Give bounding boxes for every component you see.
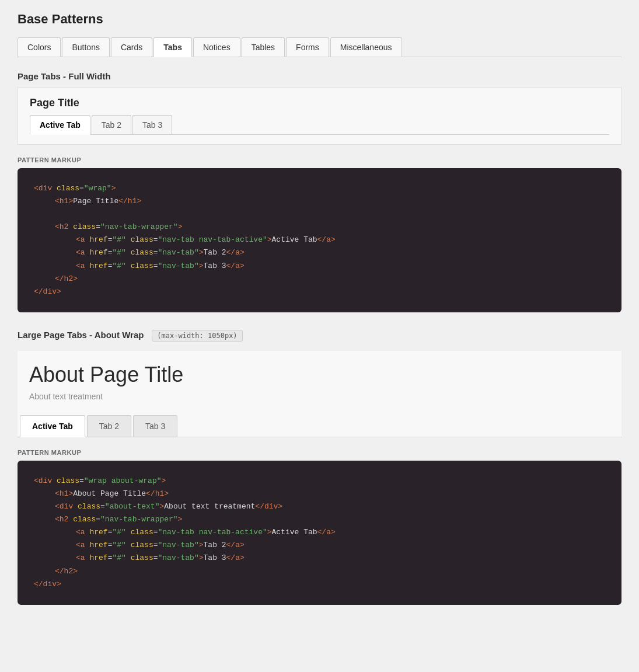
top-nav-tab-cards[interactable]: Cards xyxy=(111,37,152,57)
page-heading: Base Patterns xyxy=(18,12,621,27)
section1-nav-tab-wrapper: Active Tab Tab 2 Tab 3 xyxy=(30,115,609,135)
section1-pattern-markup-label: PATTERN MARKUP xyxy=(18,156,621,163)
top-nav: Colors Buttons Cards Tabs Notices Tables… xyxy=(18,37,621,57)
top-nav-tab-buttons[interactable]: Buttons xyxy=(62,37,109,57)
section2-label: Large Page Tabs - About Wrap xyxy=(18,330,144,340)
section2-pattern-markup-label: PATTERN MARKUP xyxy=(18,449,621,456)
section2-tab-3[interactable]: Tab 3 xyxy=(133,415,177,437)
section2-about-text: About text treatment xyxy=(18,392,621,401)
section2-code-block: <div class="wrap about-wrap"> <h1>About … xyxy=(18,461,621,605)
top-nav-tab-notices[interactable]: Notices xyxy=(193,37,240,57)
section1-demo: Page Title Active Tab Tab 2 Tab 3 xyxy=(18,87,621,145)
section2-tab-2[interactable]: Tab 2 xyxy=(87,415,131,437)
top-nav-tab-miscellaneous[interactable]: Miscellaneous xyxy=(330,37,402,57)
section1-label: Page Tabs - Full Width xyxy=(18,71,621,81)
section2-tab-active[interactable]: Active Tab xyxy=(20,415,85,437)
section1-tab-3[interactable]: Tab 3 xyxy=(132,115,172,134)
top-nav-tab-colors[interactable]: Colors xyxy=(18,37,61,57)
section1-code-block: <div class="wrap"> <h1>Page Title</h1> <… xyxy=(18,168,621,312)
top-nav-tab-tables[interactable]: Tables xyxy=(242,37,285,57)
section1-tab-2[interactable]: Tab 2 xyxy=(92,115,131,134)
section1-tab-active[interactable]: Active Tab xyxy=(30,115,90,135)
section2-nav-tab-wrapper: Active Tab Tab 2 Tab 3 xyxy=(18,415,621,437)
section2-max-width-badge: (max-width: 1050px) xyxy=(152,330,242,342)
top-nav-tab-tabs[interactable]: Tabs xyxy=(153,37,192,57)
section2-demo: About Page Title About text treatment Ac… xyxy=(18,351,621,437)
section2-about-title: About Page Title xyxy=(18,363,621,387)
section2-header: Large Page Tabs - About Wrap (max-width:… xyxy=(18,330,621,342)
section1-demo-title: Page Title xyxy=(30,97,609,109)
top-nav-tab-forms[interactable]: Forms xyxy=(286,37,329,57)
